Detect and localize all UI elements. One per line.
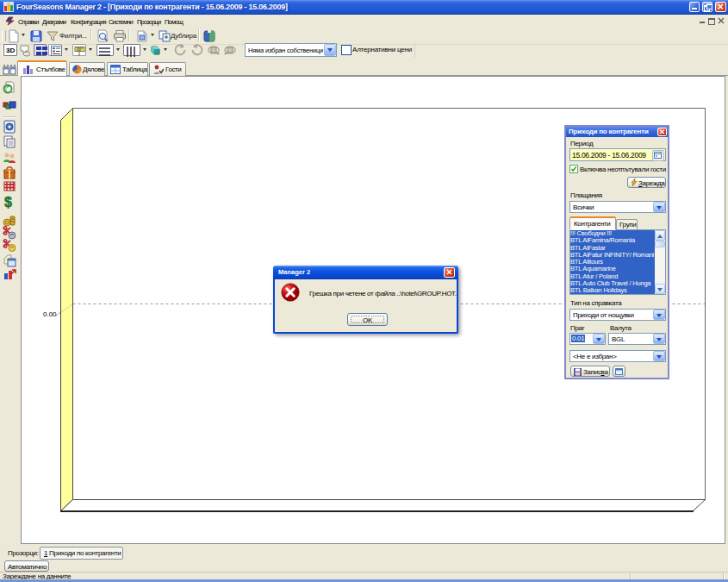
svg-text:0.00: 0.00: [43, 310, 57, 318]
svg-text:$: $: [4, 195, 12, 209]
